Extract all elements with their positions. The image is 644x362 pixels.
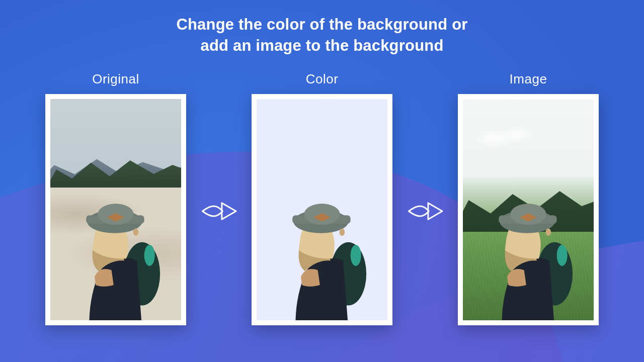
svg-point-1 (144, 245, 155, 266)
page-title: Change the color of the background or ad… (176, 14, 467, 56)
arrow-right-icon (200, 96, 237, 327)
title-line-2: add an image to the background (200, 37, 443, 54)
panel-original-frame (45, 94, 186, 325)
svg-point-15 (557, 245, 568, 266)
panel-image-frame (458, 94, 599, 325)
panel-color-label: Color (306, 71, 339, 87)
svg-point-6 (133, 228, 138, 236)
hiker-figure (473, 192, 583, 320)
hiker-figure (267, 192, 377, 320)
panel-image-label: Image (510, 71, 547, 87)
hiker-svg (473, 192, 583, 320)
svg-point-20 (546, 228, 551, 236)
hiker-figure (61, 192, 171, 320)
slide-content: Change the color of the background or ad… (0, 0, 644, 362)
hiker-svg (267, 192, 377, 320)
panel-original-label: Original (92, 71, 139, 87)
panels-row: Original (0, 70, 644, 327)
panel-color-frame (252, 94, 392, 325)
panel-color: Color (252, 71, 392, 325)
panel-original: Original (45, 71, 186, 325)
panel-image: Image (458, 71, 599, 325)
svg-point-8 (351, 245, 361, 266)
panel-original-image (50, 99, 181, 320)
arrow-right-icon (407, 96, 444, 327)
svg-point-13 (340, 228, 345, 236)
title-line-1: Change the color of the background or (176, 16, 467, 33)
panel-color-image (257, 99, 387, 320)
panel-image-image (463, 99, 594, 320)
hiker-svg (61, 192, 171, 320)
